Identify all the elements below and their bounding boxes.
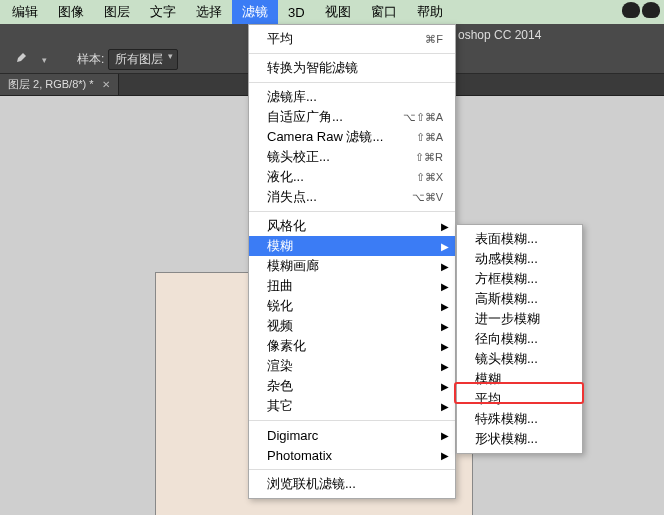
menu-label: Photomatix — [267, 448, 443, 463]
menu-label: 自适应广角... — [267, 108, 391, 126]
menu-separator — [249, 420, 455, 421]
chevron-right-icon: ▶ — [441, 430, 449, 441]
menu-layer[interactable]: 图层 — [94, 0, 140, 24]
menu-label: Camera Raw 滤镜... — [267, 128, 404, 146]
menu-help[interactable]: 帮助 — [407, 0, 453, 24]
filter-pixelate[interactable]: 像素化▶ — [249, 336, 455, 356]
app-title: oshop CC 2014 — [458, 28, 541, 42]
filter-render[interactable]: 渲染▶ — [249, 356, 455, 376]
blur-shape[interactable]: 形状模糊... — [457, 429, 582, 449]
chevron-right-icon: ▶ — [441, 221, 449, 232]
menu-shortcut: ⌘F — [425, 33, 443, 46]
menu-label: Digimarc — [267, 428, 443, 443]
filter-lens-correction[interactable]: 镜头校正...⇧⌘R — [249, 147, 455, 167]
menu-label: 方框模糊... — [475, 270, 570, 288]
menu-label: 浏览联机滤镜... — [267, 475, 443, 493]
document-tab[interactable]: 图层 2, RGB/8*) * ✕ — [0, 74, 119, 95]
menu-select[interactable]: 选择 — [186, 0, 232, 24]
tool-eyedropper-icon[interactable] — [0, 52, 40, 68]
menu-label: 扭曲 — [267, 277, 443, 295]
menu-label: 像素化 — [267, 337, 443, 355]
menu-filter[interactable]: 滤镜 — [232, 0, 278, 24]
filter-convert-smart[interactable]: 转换为智能滤镜 — [249, 58, 455, 78]
menu-label: 表面模糊... — [475, 230, 570, 248]
menu-label: 进一步模糊 — [475, 310, 570, 328]
document-tab-title: 图层 2, RGB/8*) * — [8, 77, 94, 92]
menu-label: 锐化 — [267, 297, 443, 315]
blur-lens[interactable]: 镜头模糊... — [457, 349, 582, 369]
menu-shortcut: ⇧⌘A — [416, 131, 443, 144]
filter-blur[interactable]: 模糊▶ — [249, 236, 455, 256]
filter-camera-raw[interactable]: Camera Raw 滤镜...⇧⌘A — [249, 127, 455, 147]
filter-dropdown: 平均 ⌘F 转换为智能滤镜 滤镜库... 自适应广角...⌥⇧⌘A Camera… — [248, 24, 456, 499]
chevron-down-icon[interactable]: ▾ — [42, 55, 47, 65]
chevron-right-icon: ▶ — [441, 450, 449, 461]
filter-adaptive-wide-angle[interactable]: 自适应广角...⌥⇧⌘A — [249, 107, 455, 127]
menu-view[interactable]: 视图 — [315, 0, 361, 24]
menu-label: 镜头模糊... — [475, 350, 570, 368]
menu-label: 模糊 — [267, 237, 443, 255]
menu-separator — [249, 82, 455, 83]
menu-type[interactable]: 文字 — [140, 0, 186, 24]
filter-stylize[interactable]: 风格化▶ — [249, 216, 455, 236]
menu-label: 风格化 — [267, 217, 443, 235]
filter-browse-online[interactable]: 浏览联机滤镜... — [249, 474, 455, 494]
menu-shortcut: ⌥⌘V — [412, 191, 443, 204]
menu-label: 形状模糊... — [475, 430, 570, 448]
menu-label: 镜头校正... — [267, 148, 403, 166]
chevron-right-icon: ▶ — [441, 381, 449, 392]
filter-photomatix[interactable]: Photomatix▶ — [249, 445, 455, 465]
filter-gallery[interactable]: 滤镜库... — [249, 87, 455, 107]
filter-other[interactable]: 其它▶ — [249, 396, 455, 416]
menu-edit[interactable]: 编辑 — [2, 0, 48, 24]
blur-gaussian[interactable]: 高斯模糊... — [457, 289, 582, 309]
menu-label: 液化... — [267, 168, 404, 186]
menu-label: 平均 — [475, 390, 570, 408]
menu-label: 特殊模糊... — [475, 410, 570, 428]
menubar: 编辑 图像 图层 文字 选择 滤镜 3D 视图 窗口 帮助 — [0, 0, 664, 24]
filter-noise[interactable]: 杂色▶ — [249, 376, 455, 396]
decorative-icon — [622, 2, 640, 18]
chevron-right-icon: ▶ — [441, 341, 449, 352]
filter-recent[interactable]: 平均 ⌘F — [249, 29, 455, 49]
menu-label: 渲染 — [267, 357, 443, 375]
filter-liquify[interactable]: 液化...⇧⌘X — [249, 167, 455, 187]
filter-digimarc[interactable]: Digimarc▶ — [249, 425, 455, 445]
filter-vanishing-point[interactable]: 消失点...⌥⌘V — [249, 187, 455, 207]
menu-label: 视频 — [267, 317, 443, 335]
menu-label: 滤镜库... — [267, 88, 431, 106]
chevron-right-icon: ▶ — [441, 361, 449, 372]
menu-label: 转换为智能滤镜 — [267, 59, 443, 77]
menu-image[interactable]: 图像 — [48, 0, 94, 24]
menu-label: 动感模糊... — [475, 250, 570, 268]
blur-average[interactable]: 平均 — [457, 389, 582, 409]
filter-distort[interactable]: 扭曲▶ — [249, 276, 455, 296]
blur-blur[interactable]: 模糊 — [457, 369, 582, 389]
sample-select[interactable]: 所有图层 — [108, 49, 178, 70]
chevron-right-icon: ▶ — [441, 261, 449, 272]
chevron-right-icon: ▶ — [441, 301, 449, 312]
menu-separator — [249, 211, 455, 212]
sample-label: 样本: — [77, 51, 104, 68]
blur-motion[interactable]: 动感模糊... — [457, 249, 582, 269]
blur-box[interactable]: 方框模糊... — [457, 269, 582, 289]
chevron-right-icon: ▶ — [441, 401, 449, 412]
close-icon[interactable]: ✕ — [102, 79, 110, 90]
menu-3d[interactable]: 3D — [278, 0, 315, 24]
menu-shortcut: ⇧⌘X — [416, 171, 443, 184]
menu-window[interactable]: 窗口 — [361, 0, 407, 24]
menu-separator — [249, 53, 455, 54]
blur-special[interactable]: 特殊模糊... — [457, 409, 582, 429]
blur-surface[interactable]: 表面模糊... — [457, 229, 582, 249]
blur-radial[interactable]: 径向模糊... — [457, 329, 582, 349]
menu-label: 径向模糊... — [475, 330, 570, 348]
chevron-right-icon: ▶ — [441, 281, 449, 292]
menu-label: 模糊画廊 — [267, 257, 443, 275]
menu-label: 模糊 — [475, 370, 570, 388]
filter-video[interactable]: 视频▶ — [249, 316, 455, 336]
menu-label: 消失点... — [267, 188, 400, 206]
blur-more[interactable]: 进一步模糊 — [457, 309, 582, 329]
menu-label: 其它 — [267, 397, 443, 415]
filter-sharpen[interactable]: 锐化▶ — [249, 296, 455, 316]
filter-blur-gallery[interactable]: 模糊画廊▶ — [249, 256, 455, 276]
